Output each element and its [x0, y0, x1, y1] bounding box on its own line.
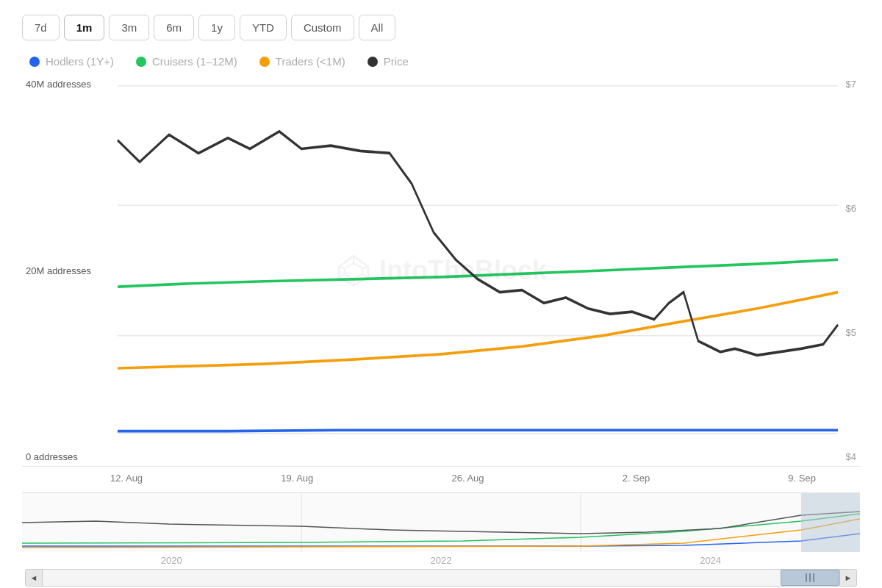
nav-label-2024: 2024	[700, 555, 721, 566]
time-btn-ytd[interactable]: YTD	[240, 15, 287, 40]
legend-dot-price	[368, 57, 378, 67]
navigator-chart: 2020 2022 2024 ◄ ►	[22, 492, 860, 573]
legend-label-price: Price	[384, 55, 409, 68]
scrollbar[interactable]: ◄ ►	[25, 569, 857, 587]
legend-dot-traders	[259, 57, 270, 67]
chart-wrapper: IntoTheBlock 40M addresses 20M addresses…	[22, 75, 860, 573]
scrollbar-track[interactable]	[43, 569, 839, 587]
legend-dot-cruisers	[136, 57, 146, 67]
grip-line-3	[813, 573, 814, 582]
nav-label-2020: 2020	[161, 555, 182, 566]
legend-label-hodlers: Hodlers (1Y+)	[46, 55, 114, 68]
time-btn-6m[interactable]: 6m	[154, 15, 194, 40]
x-label-2: 19. Aug	[281, 473, 313, 484]
time-btn-all[interactable]: All	[359, 15, 396, 40]
chart-legend: Hodlers (1Y+)Cruisers (1–12M)Traders (<1…	[22, 55, 860, 68]
legend-item-hodlers: Hodlers (1Y+)	[29, 55, 114, 68]
navigator-x-labels: 2020 2022 2024	[22, 555, 860, 566]
time-btn-custom[interactable]: Custom	[291, 15, 354, 40]
main-container: 7d1m3m6m1yYTDCustomAll Hodlers (1Y+)Crui…	[0, 0, 882, 588]
x-label-5: 9. Sep	[788, 473, 816, 484]
time-btn-1y[interactable]: 1y	[198, 15, 235, 40]
legend-dot-hodlers	[29, 57, 40, 67]
legend-label-cruisers: Cruisers (1–12M)	[152, 55, 237, 68]
nav-label-2022: 2022	[431, 555, 452, 566]
legend-item-cruisers: Cruisers (1–12M)	[136, 55, 237, 68]
time-btn-3m[interactable]: 3m	[109, 15, 149, 40]
x-label-1: 12. Aug	[110, 473, 143, 484]
main-chart-area: IntoTheBlock 40M addresses 20M addresses…	[22, 75, 860, 467]
scroll-right-button[interactable]: ►	[839, 569, 857, 587]
legend-label-traders: Traders (<1M)	[276, 55, 345, 68]
x-label-4: 2. Sep	[623, 473, 650, 484]
navigator-svg	[22, 493, 860, 552]
x-label-3: 26. Aug	[451, 473, 484, 484]
grip-line-2	[809, 573, 811, 582]
scrollbar-thumb[interactable]	[781, 570, 839, 586]
time-btn-7d[interactable]: 7d	[22, 15, 60, 40]
svg-rect-15	[801, 493, 860, 552]
time-range-selector: 7d1m3m6m1yYTDCustomAll	[22, 15, 860, 40]
legend-item-price: Price	[368, 55, 409, 68]
x-axis: 12. Aug 19. Aug 26. Aug 2. Sep 9. Sep	[22, 467, 860, 490]
legend-item-traders: Traders (<1M)	[259, 55, 345, 68]
scroll-left-button[interactable]: ◄	[25, 569, 43, 587]
chart-svg	[22, 75, 860, 466]
time-btn-1m[interactable]: 1m	[64, 15, 105, 40]
grip-line-1	[806, 573, 807, 582]
